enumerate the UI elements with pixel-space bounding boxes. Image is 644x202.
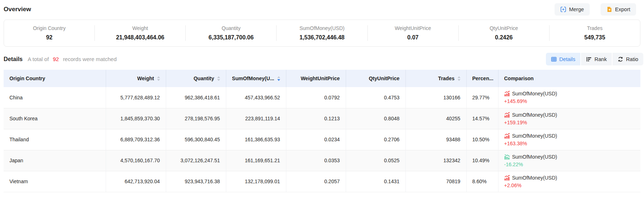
table-row[interactable]: Thailand 6,889,709,312.36 596,300,840.45… xyxy=(4,129,640,150)
sort-icon[interactable] xyxy=(277,76,280,81)
comparison-metric: SumOfMoney(USD) xyxy=(512,154,557,160)
column-header[interactable]: Weight xyxy=(106,70,166,87)
cell-percentage: 14.57% xyxy=(466,108,498,129)
column-header: Percen... xyxy=(466,70,498,87)
stat-label: QtyUnitPrice xyxy=(459,25,549,31)
cell-comparison: SumOfMoney(USD) +159.19% xyxy=(498,108,640,129)
cell-origin-country: Japan xyxy=(4,150,106,171)
cell-qty-unit-price: 0.2706 xyxy=(346,129,405,150)
comparison-metric: SumOfMoney(USD) xyxy=(512,91,557,96)
sort-icon[interactable] xyxy=(217,76,220,81)
merge-button[interactable]: Merge xyxy=(555,3,590,16)
details-title: Details xyxy=(4,56,22,63)
overview-stat: Origin Country 92 xyxy=(4,25,94,41)
overview-stat: QtyUnitPrice 0.2426 xyxy=(458,25,549,41)
stat-label: Quantity xyxy=(186,25,276,31)
cell-sum-of-money: 161,169,651.21 xyxy=(226,150,286,171)
column-header-label: WeightUnitPrice xyxy=(301,76,340,81)
comparison-change: +159.19% xyxy=(504,120,635,125)
column-header: Origin Country xyxy=(4,70,106,87)
cell-comparison: SumOfMoney(USD) +163.38% xyxy=(498,129,640,150)
records-count: 92 xyxy=(53,56,59,62)
records-summary-prefix: A total of xyxy=(28,56,49,62)
cell-origin-country: South Korea xyxy=(4,108,106,129)
column-header: Comparison xyxy=(498,70,640,87)
cell-trades: 93488 xyxy=(405,129,466,150)
cell-sum-of-money: 223,891,119.14 xyxy=(226,108,286,129)
stat-label: Trades xyxy=(550,25,640,31)
stat-value: 92 xyxy=(4,34,94,41)
comparison-change: +163.38% xyxy=(504,141,635,146)
column-header-label: Quantity xyxy=(194,76,214,81)
stat-label: Weight xyxy=(95,25,185,31)
comparison-change: -16.22% xyxy=(504,162,635,167)
comparison-metric: SumOfMoney(USD) xyxy=(512,133,557,139)
cell-quantity: 596,300,840.45 xyxy=(166,129,226,150)
column-header-label: Percen... xyxy=(472,76,493,81)
sort-icon[interactable] xyxy=(458,76,460,81)
overview-stat: SumOfMoney(USD) 1,536,702,446.48 xyxy=(276,25,367,41)
cell-weight-unit-price: 0.0353 xyxy=(286,150,346,171)
sort-icon[interactable] xyxy=(157,76,160,81)
cell-trades: 70819 xyxy=(405,171,466,192)
tab-details-label: Details xyxy=(559,56,575,62)
details-table: Origin Country Weight Quantity SumOfMone… xyxy=(4,70,640,192)
stat-label: SumOfMoney(USD) xyxy=(277,25,367,31)
cell-origin-country: China xyxy=(4,87,106,108)
tab-rank[interactable]: Rank xyxy=(581,53,612,65)
column-header[interactable]: Trades xyxy=(405,70,466,87)
trend-up-chart-icon xyxy=(504,91,510,96)
cell-qty-unit-price: 0.1431 xyxy=(346,171,405,192)
cell-trades: 132342 xyxy=(405,150,466,171)
export-button[interactable]: Export xyxy=(601,3,636,16)
cell-percentage: 10.50% xyxy=(466,129,498,150)
cell-trades: 40255 xyxy=(405,108,466,129)
cell-weight-unit-price: 0.0792 xyxy=(286,87,346,108)
tab-rank-label: Rank xyxy=(594,56,607,62)
cell-weight: 4,570,160,167.70 xyxy=(106,150,166,171)
column-header-label: Weight xyxy=(137,76,154,81)
column-header: QtyUnitPrice xyxy=(346,70,405,87)
trend-up-chart-icon xyxy=(504,175,510,181)
table-row[interactable]: Vietnam 642,713,920.04 923,943,716.38 13… xyxy=(4,171,640,192)
export-button-label: Export xyxy=(615,7,630,12)
cell-quantity: 3,072,126,247.51 xyxy=(166,150,226,171)
cell-percentage: 10.49% xyxy=(466,150,498,171)
tab-ratio[interactable]: Ratio xyxy=(613,53,643,65)
table-row[interactable]: Japan 4,570,160,167.70 3,072,126,247.51 … xyxy=(4,150,640,171)
cell-sum-of-money: 132,178,099.01 xyxy=(226,171,286,192)
cell-trades: 130166 xyxy=(405,87,466,108)
table-row[interactable]: China 5,777,628,489.12 962,386,418.61 45… xyxy=(4,87,640,108)
merge-button-label: Merge xyxy=(569,7,584,12)
cell-sum-of-money: 161,386,635.93 xyxy=(226,129,286,150)
cell-percentage: 29.77% xyxy=(466,87,498,108)
cell-qty-unit-price: 0.4753 xyxy=(346,87,405,108)
stat-label: WeightUnitPrice xyxy=(368,25,458,31)
overview-stats-panel: Origin Country 92 Weight 21,948,403,464.… xyxy=(4,20,640,47)
cell-origin-country: Thailand xyxy=(4,129,106,150)
stat-value: 0.07 xyxy=(368,34,458,41)
cell-quantity: 962,386,418.61 xyxy=(166,87,226,108)
merge-cells-icon xyxy=(560,7,566,12)
comparison-metric: SumOfMoney(USD) xyxy=(512,175,557,181)
view-switcher: Details Rank Rat xyxy=(546,53,643,65)
page-title: Overview xyxy=(4,6,31,13)
records-summary: A total of 92 records were matched xyxy=(28,56,117,62)
ratio-icon xyxy=(618,56,623,62)
tab-details[interactable]: Details xyxy=(546,53,580,65)
stat-value: 6,335,187,700.06 xyxy=(186,34,276,41)
trend-down-chart-icon xyxy=(504,154,510,160)
cell-weight-unit-price: 0.2057 xyxy=(286,171,346,192)
stat-label: Origin Country xyxy=(4,25,94,31)
table-row[interactable]: South Korea 1,845,859,370.30 278,198,576… xyxy=(4,108,640,129)
top-bar: Overview Merge Export xyxy=(0,0,644,17)
cell-weight-unit-price: 0.0234 xyxy=(286,129,346,150)
cell-weight: 1,845,859,370.30 xyxy=(106,108,166,129)
column-header: WeightUnitPrice xyxy=(286,70,346,87)
details-bar: Details A total of 92 records were match… xyxy=(4,53,643,65)
cell-percentage: 8.60% xyxy=(466,171,498,192)
trend-up-chart-icon xyxy=(504,112,510,118)
column-header[interactable]: Quantity xyxy=(166,70,226,87)
column-header[interactable]: SumOfMoney(U... xyxy=(226,70,286,87)
tab-ratio-label: Ratio xyxy=(626,56,638,62)
